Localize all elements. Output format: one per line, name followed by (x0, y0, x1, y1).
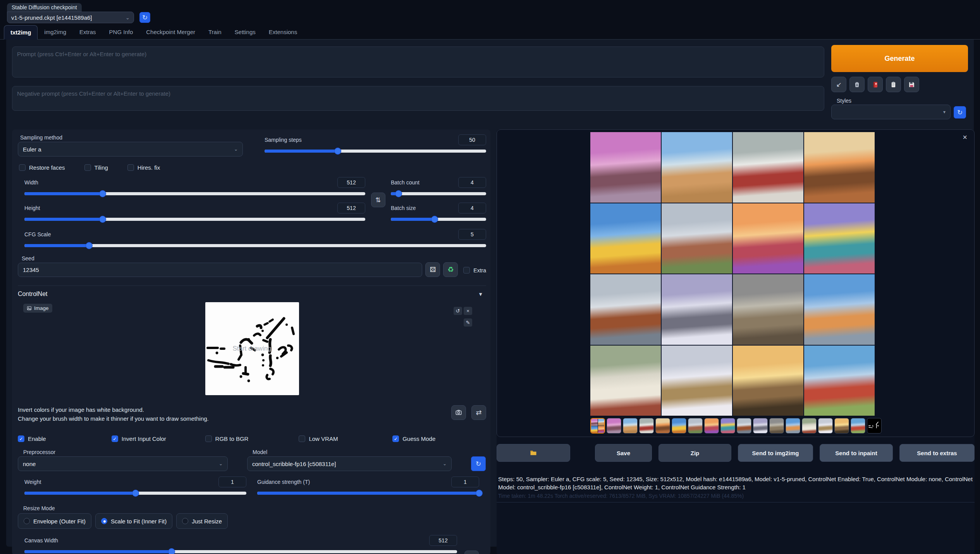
checkpoint-refresh-button[interactable]: ↻ (139, 12, 150, 23)
radio[interactable] (24, 518, 30, 524)
close-icon[interactable]: × (963, 133, 967, 142)
generate-button[interactable]: Generate (831, 45, 968, 72)
gallery-image[interactable] (804, 346, 875, 416)
resize-just-resize-radio[interactable]: Just Resize (176, 513, 228, 529)
open-folder-button[interactable] (497, 444, 570, 462)
controlnet-enable-checkbox[interactable]: ✓ Enable (18, 435, 112, 442)
height-slider[interactable] (24, 216, 365, 223)
thumbnail[interactable] (655, 418, 670, 434)
swap-width-height-button[interactable]: ⇅ (371, 193, 385, 207)
tab-txt2img[interactable]: txt2img (4, 25, 38, 40)
gallery-image[interactable] (804, 203, 875, 274)
resize-envelope-radio[interactable]: Envelope (Outer Fit) (18, 513, 91, 529)
hires-fix-checkbox[interactable]: ✓ Hires. fix (127, 164, 160, 171)
undo-button[interactable]: ↺ (454, 307, 462, 315)
batch-size-value[interactable]: 4 (458, 203, 486, 213)
gallery-image[interactable] (590, 203, 661, 274)
gallery-image[interactable] (662, 203, 732, 274)
result-grid-image[interactable] (590, 132, 875, 416)
batch-size-slider[interactable] (391, 216, 486, 223)
prompt-input[interactable] (12, 46, 824, 77)
thumbnail[interactable] (672, 418, 686, 434)
tab-extras[interactable]: Extras (73, 25, 103, 39)
extra-seed-checkbox[interactable]: ✓ Extra (463, 267, 486, 274)
thumbnail[interactable] (688, 418, 703, 434)
apply-style-button[interactable] (868, 77, 883, 92)
checkbox[interactable]: ✓ (112, 435, 118, 442)
gallery-image[interactable] (733, 132, 803, 203)
styles-dropdown[interactable]: ▾ (831, 105, 951, 119)
width-value[interactable]: 512 (337, 177, 365, 188)
styles-refresh-button[interactable]: ↻ (954, 106, 966, 119)
thumbnail[interactable] (704, 418, 719, 434)
gallery-image[interactable] (804, 274, 875, 345)
gallery-image[interactable] (590, 274, 661, 345)
radio[interactable] (101, 518, 107, 524)
clear-prompt-button[interactable] (849, 77, 865, 92)
seed-input[interactable]: 12345 (18, 263, 422, 277)
model-dropdown[interactable]: control_scribble-fp16 [c508311e] ⌄ (247, 456, 452, 471)
checkbox[interactable]: ✓ (205, 435, 212, 442)
preprocessor-dropdown[interactable]: none ⌄ (18, 456, 228, 471)
resize-scale-to-fit-radio[interactable]: Scale to Fit (Inner Fit) (95, 513, 172, 529)
thumbnail-scribble-map[interactable] (867, 418, 882, 434)
weight-slider[interactable] (24, 490, 246, 497)
copy-style-button[interactable] (886, 77, 901, 92)
rgb-to-bgr-checkbox[interactable]: ✓ RGB to BGR (205, 435, 299, 442)
gallery-image[interactable] (733, 274, 803, 345)
thumbnail[interactable] (834, 418, 849, 434)
brush-button[interactable]: ✎ (464, 318, 472, 327)
image-tab-chip[interactable]: Image (23, 304, 52, 313)
cfg-scale-slider[interactable] (24, 242, 486, 249)
gallery-image[interactable] (662, 132, 732, 203)
gallery-image[interactable] (662, 346, 732, 416)
radio[interactable] (182, 518, 188, 524)
checkbox[interactable]: ✓ (19, 164, 26, 171)
gallery-image[interactable] (804, 132, 875, 203)
tiling-checkbox[interactable]: ✓ Tiling (84, 164, 108, 171)
swap-canvas-dims-button[interactable]: ⇅ (464, 551, 479, 554)
checkbox[interactable]: ✓ (463, 267, 470, 274)
guess-mode-checkbox[interactable]: ✓ Guess Mode (392, 435, 486, 442)
gallery-image[interactable] (662, 274, 732, 345)
tab-img2img[interactable]: img2img (38, 25, 73, 39)
gallery-image[interactable] (733, 346, 803, 416)
gallery-image[interactable] (590, 346, 661, 416)
gallery-image[interactable] (733, 203, 803, 274)
gallery-image[interactable] (590, 132, 661, 203)
sampling-steps-value[interactable]: 50 (458, 134, 486, 145)
send-to-img2img-button[interactable]: Send to img2img (738, 444, 813, 462)
checkpoint-dropdown[interactable]: v1-5-pruned.ckpt [e1441589a6] ⌄ (7, 12, 134, 23)
thumbnail[interactable] (802, 418, 817, 434)
batch-count-value[interactable]: 4 (458, 177, 486, 188)
guidance-strength-slider[interactable] (257, 490, 479, 497)
thumbnail[interactable] (769, 418, 784, 434)
height-value[interactable]: 512 (337, 203, 365, 213)
tab-png-info[interactable]: PNG Info (103, 25, 140, 39)
zip-button[interactable]: Zip (658, 444, 731, 462)
scribble-canvas[interactable]: Start drawing (205, 302, 299, 395)
thumbnail-grid-selected[interactable] (590, 418, 605, 434)
paste-params-button[interactable]: ↙ (831, 77, 846, 92)
canvas-width-value[interactable]: 512 (429, 535, 457, 546)
thumbnail[interactable] (720, 418, 735, 434)
tab-settings[interactable]: Settings (228, 25, 262, 39)
tab-extensions[interactable]: Extensions (262, 25, 304, 39)
checkbox[interactable]: ✓ (18, 435, 24, 442)
thumbnail[interactable] (818, 418, 833, 434)
guidance-strength-value[interactable]: 1 (451, 477, 479, 487)
model-refresh-button[interactable]: ↻ (471, 456, 486, 471)
save-style-button[interactable] (904, 77, 919, 92)
checkbox[interactable]: ✓ (299, 435, 305, 442)
thumbnail[interactable] (786, 418, 800, 434)
save-button[interactable]: Save (595, 444, 652, 462)
tab-checkpoint-merger[interactable]: Checkpoint Merger (139, 25, 202, 39)
checkbox[interactable]: ✓ (127, 164, 134, 171)
checkbox[interactable]: ✓ (392, 435, 399, 442)
thumbnail[interactable] (639, 418, 654, 434)
width-slider[interactable] (24, 190, 365, 197)
canvas-width-slider[interactable] (24, 548, 457, 554)
sampling-steps-slider[interactable] (265, 148, 486, 155)
batch-count-slider[interactable] (391, 190, 486, 197)
send-to-extras-button[interactable]: Send to extras (899, 444, 975, 462)
